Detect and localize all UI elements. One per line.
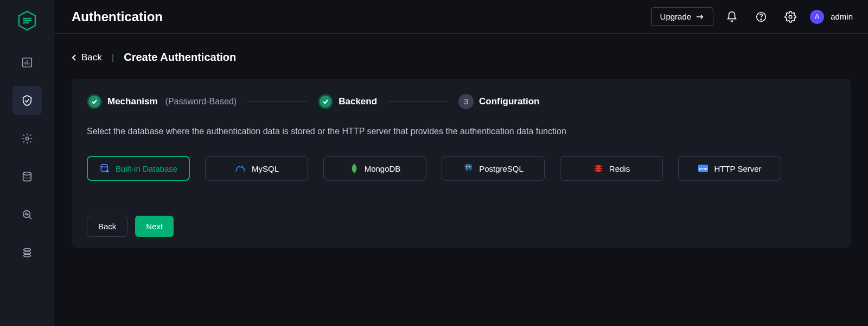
back-button[interactable]: Back <box>87 216 127 237</box>
postgresql-icon <box>463 163 474 174</box>
step-label: Configuration <box>479 96 539 107</box>
sidebar-item-cluster[interactable] <box>12 238 42 267</box>
chevron-left-icon <box>72 54 77 61</box>
svg-point-22 <box>469 166 470 167</box>
upgrade-button[interactable]: Upgrade <box>651 7 714 26</box>
option-mongodb[interactable]: MongoDB <box>323 156 426 181</box>
notifications-icon[interactable] <box>721 6 743 28</box>
option-label: Built-in Database <box>116 164 177 173</box>
stepper: Mechanism (Password-Based) Backend 3 Con… <box>87 94 835 109</box>
svg-text:HTTP: HTTP <box>699 167 708 171</box>
option-label: MongoDB <box>365 164 401 173</box>
step-mechanism[interactable]: Mechanism (Password-Based) <box>87 94 237 109</box>
settings-icon[interactable] <box>780 6 801 28</box>
back-link[interactable]: Back <box>72 52 102 63</box>
svg-point-21 <box>467 166 468 167</box>
sidebar-item-data[interactable] <box>12 162 42 191</box>
sidebar-item-monitoring[interactable] <box>12 48 42 77</box>
option-http-server[interactable]: HTTP HTTP Server <box>678 156 781 181</box>
sidebar-item-diagnose[interactable] <box>12 200 42 229</box>
svg-point-17 <box>761 18 761 19</box>
content: Back | Create Authentication Mechanism (… <box>54 34 868 326</box>
breadcrumb: Back | Create Authentication <box>72 51 851 64</box>
svg-point-13 <box>23 252 30 254</box>
svg-point-8 <box>25 137 29 140</box>
sidebar-item-settings[interactable] <box>12 124 42 153</box>
action-buttons: Back Next <box>87 216 835 237</box>
sidebar <box>0 0 54 326</box>
upgrade-label: Upgrade <box>660 12 692 21</box>
step-connector <box>247 102 307 102</box>
step-backend[interactable]: Backend <box>318 94 377 109</box>
mysql-icon <box>234 163 246 174</box>
svg-point-18 <box>789 15 792 18</box>
backend-options: Built-in Database MySQL MongoDB <box>87 156 835 181</box>
topbar: Authentication Upgrade <box>54 0 868 34</box>
option-postgresql[interactable]: PostgreSQL <box>442 156 545 181</box>
option-redis[interactable]: Redis <box>560 156 663 181</box>
svg-line-11 <box>29 217 31 220</box>
redis-icon <box>593 164 604 173</box>
svg-point-20 <box>106 170 108 173</box>
step-number: 3 <box>458 94 474 109</box>
option-label: MySQL <box>252 164 279 173</box>
arrow-right-icon <box>695 13 704 21</box>
option-builtin-database[interactable]: Built-in Database <box>87 156 190 181</box>
svg-point-14 <box>23 254 30 257</box>
avatar-initial: A <box>815 12 820 21</box>
username: admin <box>831 12 853 21</box>
http-icon: HTTP <box>698 164 709 173</box>
avatar[interactable]: A <box>810 10 824 24</box>
svg-point-9 <box>23 172 31 175</box>
breadcrumb-current: Create Authentication <box>124 51 236 64</box>
step-label: Mechanism <box>107 96 158 107</box>
next-button[interactable]: Next <box>135 216 174 237</box>
wizard-card: Mechanism (Password-Based) Backend 3 Con… <box>72 79 851 248</box>
option-mysql[interactable]: MySQL <box>205 156 308 181</box>
help-icon[interactable] <box>750 6 772 28</box>
back-label: Back <box>81 52 102 63</box>
page-title: Authentication <box>72 9 651 24</box>
step-label: Backend <box>339 96 377 107</box>
option-label: Redis <box>609 164 630 173</box>
app-logo[interactable] <box>16 10 38 32</box>
database-icon <box>99 163 110 174</box>
helper-text: Select the database where the authentica… <box>87 127 835 136</box>
breadcrumb-separator: | <box>112 52 114 63</box>
step-configuration[interactable]: 3 Configuration <box>458 94 539 109</box>
step-sublabel: (Password-Based) <box>165 97 237 106</box>
svg-point-19 <box>101 165 107 167</box>
svg-point-12 <box>23 248 30 251</box>
option-label: HTTP Server <box>714 164 761 173</box>
option-label: PostgreSQL <box>479 164 524 173</box>
mongodb-icon <box>349 163 359 174</box>
check-icon <box>318 94 333 109</box>
sidebar-item-authentication[interactable] <box>12 86 42 115</box>
main-area: Authentication Upgrade <box>54 0 868 326</box>
step-connector <box>388 102 448 102</box>
check-icon <box>87 94 102 109</box>
